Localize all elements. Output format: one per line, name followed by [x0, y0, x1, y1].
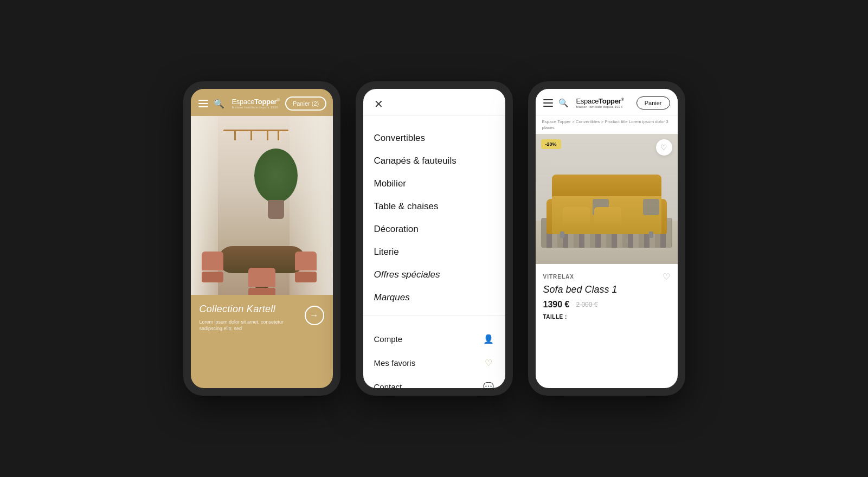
close-menu-button[interactable]: ✕ [374, 98, 383, 110]
banner-title: Collection Kartell [200, 304, 299, 315]
banner-text: Collection Kartell Lorem ipsum dolor sit… [200, 304, 299, 332]
chair-right-decor [295, 252, 317, 284]
brand-name: VITRELAX [543, 274, 574, 280]
banner-arrow-button[interactable]: → [305, 306, 324, 325]
collection-banner: Collection Kartell Lorem ipsum dolor sit… [191, 295, 333, 338]
phones-container: 🔍 EspaceTopper® Maison familiale depuis … [162, 60, 707, 417]
phone-1-screen: 🔍 EspaceTopper® Maison familiale depuis … [191, 89, 333, 388]
logo-3: EspaceTopper® Maison familiale depuis 19… [576, 98, 631, 108]
menu-header: ✕ [363, 89, 505, 116]
hamburger-menu-icon-3[interactable] [543, 99, 553, 107]
phone1-header: 🔍 EspaceTopper® Maison familiale depuis … [191, 89, 333, 116]
brand-row: VITRELAX ♡ [543, 272, 670, 282]
phone-2-frame: ✕ Convertibles Canapés & fauteuils Mobil… [356, 81, 513, 396]
logo-subtitle: Maison familiale depuis 1926 [232, 106, 280, 109]
logo-text: EspaceTopper® [232, 98, 280, 105]
product-image [536, 134, 678, 264]
person-icon: 👤 [483, 333, 494, 345]
price-original: 2 000 € [576, 301, 597, 308]
wishlist-heart-icon[interactable]: ♡ [663, 272, 670, 282]
chair-left-decor [202, 252, 223, 284]
menu-item-literie[interactable]: Literie [374, 241, 494, 263]
chandelier-decor [223, 121, 288, 149]
cart-button[interactable]: Panier (2) [285, 96, 326, 111]
contact-label: Contact [374, 382, 402, 389]
plant-decor [252, 149, 300, 219]
phone-2-screen: ✕ Convertibles Canapés & fauteuils Mobil… [363, 89, 505, 388]
menu-item-compte[interactable]: Compte 👤 [374, 327, 494, 351]
menu-item-table-chaises[interactable]: Table & chaises [374, 195, 494, 218]
favoris-label: Mes favoris [374, 358, 416, 368]
search-icon-3[interactable]: 🔍 [558, 98, 569, 108]
logo: EspaceTopper® Maison familiale depuis 19… [232, 98, 280, 109]
menu-item-marques[interactable]: Marques [374, 286, 494, 309]
breadcrumb: Espace Topper > Convertibles > Product t… [536, 115, 678, 134]
menu-item-convertibles[interactable]: Convertibles [374, 127, 494, 150]
menu-item-canapes[interactable]: Canapés & fauteuils [374, 150, 494, 172]
search-icon[interactable]: 🔍 [214, 99, 224, 109]
logo-subtitle-3: Maison familiale depuis 1926 [576, 105, 631, 108]
cart-button-3[interactable]: Panier [636, 96, 670, 109]
banner-description: Lorem ipsum dolor sit amet, consetetur s… [200, 319, 299, 332]
product-name: Sofa bed Class 1 [543, 284, 670, 295]
sofa-scene [536, 134, 678, 264]
phone-3-screen: 🔍 EspaceTopper® Maison familiale depuis … [536, 89, 678, 388]
logo-text-3: EspaceTopper® [576, 98, 631, 105]
menu-item-offres[interactable]: Offres spéciales [374, 263, 494, 286]
wishlist-button[interactable]: ♡ [656, 139, 672, 156]
product-info: VITRELAX ♡ Sofa bed Class 1 1390 € 2 000… [536, 264, 678, 325]
chair-front-decor [248, 268, 275, 295]
phone3-header: 🔍 EspaceTopper® Maison familiale depuis … [536, 89, 678, 115]
compte-label: Compte [374, 334, 403, 344]
menu-item-contact[interactable]: Contact 💬 [374, 375, 494, 388]
size-label: TAILLE : [543, 314, 670, 320]
discount-badge: -20% [541, 139, 561, 149]
price-row: 1390 € 2 000 € [543, 300, 670, 310]
product-image-container: -20% ♡ [536, 134, 678, 264]
menu-secondary-items: Compte 👤 Mes favoris ♡ Contact 💬 Magasin… [363, 315, 505, 388]
menu-item-favoris[interactable]: Mes favoris ♡ [374, 351, 494, 375]
menu-nav-items: Convertibles Canapés & fauteuils Mobilie… [363, 116, 505, 309]
hamburger-menu-icon[interactable] [198, 100, 208, 107]
hero-image [191, 116, 333, 295]
message-icon: 💬 [483, 381, 494, 388]
phone-1-frame: 🔍 EspaceTopper® Maison familiale depuis … [183, 81, 340, 396]
menu-item-mobilier[interactable]: Mobilier [374, 172, 494, 195]
price-current: 1390 € [543, 300, 570, 310]
heart-icon: ♡ [483, 357, 494, 369]
phone-3-frame: 🔍 EspaceTopper® Maison familiale depuis … [528, 81, 685, 396]
menu-item-decoration[interactable]: Décoration [374, 218, 494, 241]
